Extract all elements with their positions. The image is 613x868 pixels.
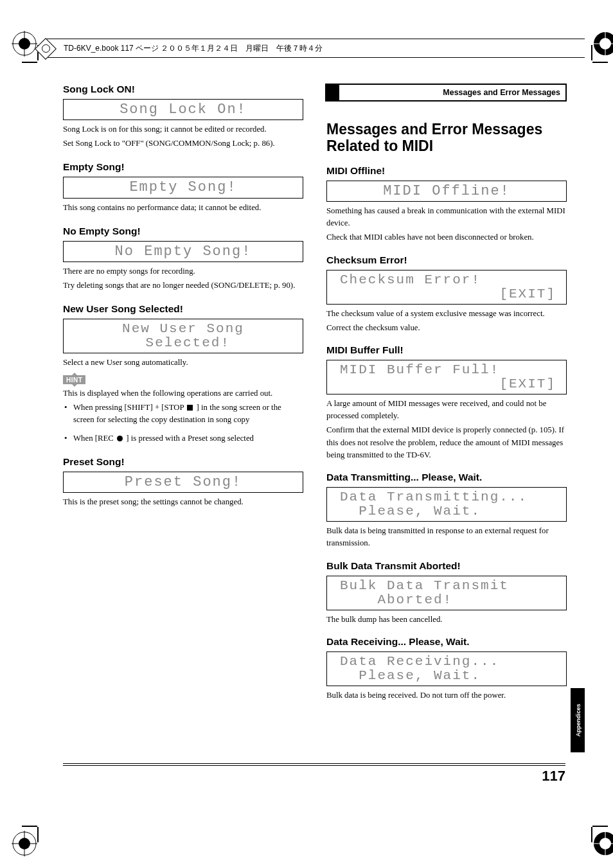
body-text: Bulk data is being transmitted in respon… [326, 525, 567, 549]
lcd-display: MIDI Offline! [326, 181, 567, 202]
right-column: Messages and Error Messages Messages and… [326, 84, 567, 784]
section-title-midi: Messages and Error Messages Related to M… [326, 121, 567, 155]
left-column: Song Lock ON! Song Lock On! Song Lock is… [63, 84, 303, 784]
heading-midi-offline: MIDI Offline! [326, 165, 567, 177]
body-text: Select a new User song automatically. [63, 357, 303, 369]
lcd-display: Bulk Data Transmit Aborted! [326, 576, 567, 610]
body-text: Set Song Lock to "OFF" (SONG/COMMON/Song… [63, 137, 303, 150]
crop-mark-icon [591, 45, 592, 60]
list-item: When pressing [SHIFT] + [STOP ] in the s… [73, 402, 303, 426]
print-header: TD-6KV_e.book 117 ページ ２００５年１月２４日 月曜日 午後７… [45, 39, 585, 58]
body-text: Check that MIDI cables have not been dis… [326, 231, 567, 244]
header-title-text: Messages and Error Messages [325, 84, 567, 102]
body-text: This is the preset song; the settings ca… [63, 496, 303, 508]
footer-rule [63, 765, 565, 766]
record-icon [117, 436, 123, 441]
hint-badge-icon: HINT [63, 375, 85, 384]
heading-data-transmitting: Data Transmitting... Please, Wait. [326, 472, 567, 483]
body-text: This is displayed when the following ope… [63, 387, 303, 400]
heading-checksum-error: Checksum Error! [326, 254, 567, 266]
lcd-display: Data Transmitting... Please, Wait. [326, 487, 567, 522]
registration-mark-icon [592, 831, 613, 856]
heading-empty-song: Empty Song! [63, 161, 303, 173]
lcd-display: New User Song Selected! [63, 319, 303, 353]
crop-mark-icon [22, 62, 37, 63]
body-text: Something has caused a break in communic… [326, 205, 567, 229]
heading-new-user-song: New User Song Selected! [63, 303, 303, 315]
lcd-display: Song Lock On! [63, 99, 303, 120]
page: TD-6KV_e.book 117 ページ ２００５年１月２４日 月曜日 午後７… [0, 0, 613, 868]
heading-data-receiving: Data Receiving... Please, Wait. [326, 636, 567, 648]
heading-bulk-transmit-aborted: Bulk Data Transmit Aborted! [326, 560, 567, 572]
body-text: Confirm that the external MIDI device is… [326, 424, 567, 461]
content: Song Lock ON! Song Lock On! Song Lock is… [63, 84, 567, 784]
lcd-display: MIDI Buffer Full![EXIT] [326, 360, 567, 394]
heading-midi-buffer-full: MIDI Buffer Full! [326, 344, 567, 356]
body-text: There are no empty songs for recording. [63, 265, 303, 278]
list-item: When [REC ] is pressed with a Preset son… [73, 432, 303, 445]
registration-mark-icon [592, 31, 613, 57]
page-number: 117 [542, 768, 565, 784]
body-text: Try deleting songs that are no longer ne… [63, 279, 303, 292]
lcd-display: Checksum Error![EXIT] [326, 270, 567, 305]
body-text: A large amount of MIDI messages were rec… [326, 398, 567, 422]
lcd-display: Empty Song! [63, 177, 303, 198]
crop-mark-icon [591, 827, 592, 842]
body-text: Correct the checksum value. [326, 322, 567, 334]
crop-mark-icon [592, 62, 608, 63]
body-text: Song Lock is on for this song; it cannot… [63, 123, 303, 136]
lcd-display: No Empty Song! [63, 241, 303, 262]
body-text: The checksum value of a system exclusive… [326, 308, 567, 320]
crop-mark-icon [592, 826, 608, 827]
stop-icon [187, 405, 193, 411]
footer-rule [63, 763, 565, 764]
registration-mark-icon [12, 31, 37, 57]
lcd-display: Preset Song! [63, 472, 303, 493]
side-tab-appendices: Appendices [571, 688, 585, 752]
heading-preset-song: Preset Song! [63, 456, 303, 468]
heading-song-lock: Song Lock ON! [63, 84, 303, 95]
bullet-list: When pressing [SHIFT] + [STOP ] in the s… [63, 402, 303, 445]
registration-mark-icon [12, 831, 37, 856]
crop-mark-icon [22, 826, 37, 827]
body-text: The bulk dump has been cancelled. [326, 614, 567, 626]
crop-mark-icon [37, 827, 39, 842]
header-title-box: Messages and Error Messages [325, 84, 567, 102]
lcd-display: Data Receiving... Please, Wait. [326, 651, 567, 686]
body-text: Bulk data is being received. Do not turn… [326, 689, 567, 702]
body-text: This song contains no performance data; … [63, 202, 303, 214]
heading-no-empty-song: No Empty Song! [63, 226, 303, 237]
